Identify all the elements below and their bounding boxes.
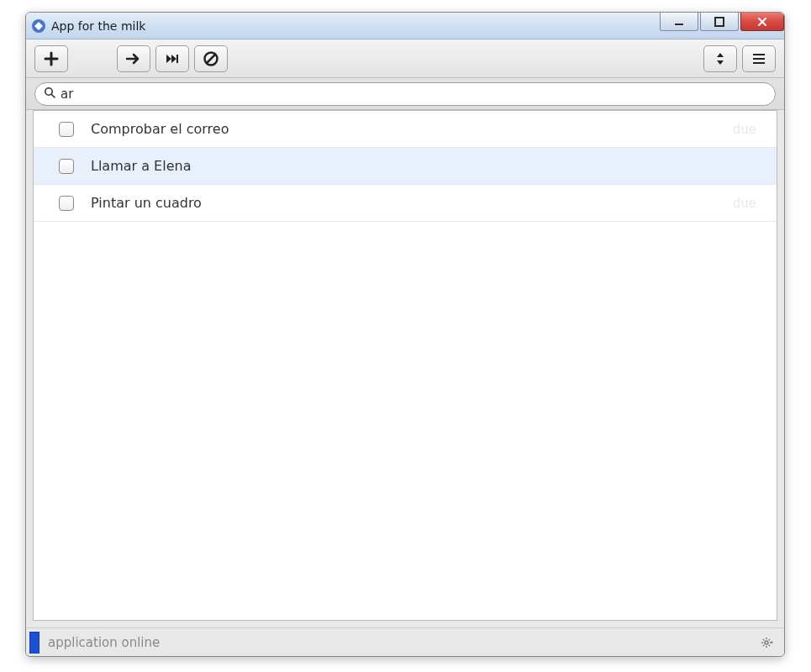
task-checkbox[interactable] [59, 159, 74, 174]
task-due-label: due [733, 196, 760, 211]
svg-point-11 [765, 641, 768, 644]
postpone-button[interactable] [117, 45, 150, 72]
search-input[interactable] [61, 87, 766, 102]
search-icon [44, 86, 55, 102]
online-indicator-icon [29, 632, 39, 654]
titlebar[interactable]: App for the milk [26, 13, 784, 39]
svg-rect-2 [715, 18, 724, 26]
svg-rect-1 [675, 24, 683, 25]
settings-button[interactable] [759, 634, 776, 651]
searchbar [26, 78, 784, 110]
app-icon [31, 18, 46, 34]
task-title: Pintar un cuadro [91, 195, 733, 211]
task-row[interactable]: Pintar un cuadro due [34, 185, 777, 222]
search-field[interactable] [34, 82, 776, 106]
toolbar [26, 39, 784, 78]
app-window: App for the milk [25, 12, 785, 657]
task-title: Comprobar el correo [91, 121, 733, 137]
task-row[interactable]: Comprobar el correo due [34, 111, 777, 148]
svg-rect-3 [176, 55, 178, 63]
svg-line-18 [763, 644, 764, 645]
add-task-button[interactable] [34, 45, 68, 72]
status-text: application online [48, 635, 759, 650]
window-title: App for the milk [51, 19, 145, 33]
svg-rect-7 [753, 58, 765, 60]
window-controls [660, 13, 784, 31]
task-checkbox[interactable] [59, 196, 74, 211]
svg-line-19 [769, 639, 770, 640]
svg-line-10 [51, 94, 55, 97]
minimize-button[interactable] [660, 13, 698, 31]
svg-line-16 [763, 639, 764, 640]
sort-button[interactable] [703, 45, 737, 72]
task-title: Llamar a Elena [91, 158, 756, 174]
close-button[interactable] [740, 13, 784, 31]
task-list[interactable]: Comprobar el correo due Llamar a Elena P… [33, 110, 777, 621]
svg-rect-6 [753, 54, 765, 55]
task-due-label: due [733, 122, 760, 137]
cancel-button[interactable] [194, 45, 228, 72]
svg-line-17 [769, 644, 770, 645]
skip-button[interactable] [155, 45, 189, 72]
svg-line-5 [207, 55, 215, 63]
task-row[interactable]: Llamar a Elena [34, 148, 777, 185]
statusbar: application online [26, 627, 784, 656]
maximize-button[interactable] [700, 13, 739, 31]
svg-rect-8 [753, 62, 765, 64]
task-checkbox[interactable] [59, 122, 74, 137]
menu-button[interactable] [742, 45, 776, 72]
